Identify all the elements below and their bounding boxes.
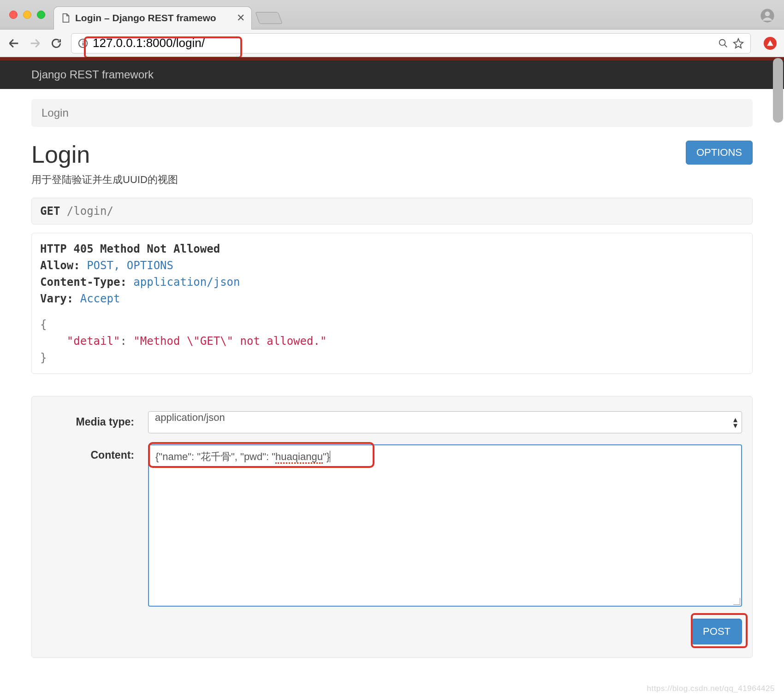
- close-window-button[interactable]: [9, 11, 18, 19]
- tab-title: Login – Django REST framewo: [75, 12, 232, 24]
- media-type-label: Media type:: [42, 411, 148, 428]
- post-button[interactable]: POST: [691, 619, 742, 644]
- options-button[interactable]: OPTIONS: [686, 141, 753, 165]
- reload-icon: [50, 37, 62, 49]
- svg-rect-3: [83, 42, 83, 45]
- content-label: Content:: [42, 444, 148, 461]
- page-subtitle: 用于登陆验证并生成UUID的视图: [31, 173, 178, 187]
- body-value: "Method \"GET\" not allowed.": [133, 335, 327, 348]
- back-button[interactable]: [7, 37, 20, 50]
- header-val-vary: Accept: [80, 292, 120, 305]
- header-key-allow: Allow:: [40, 259, 80, 272]
- brand-title[interactable]: Django REST framework: [31, 68, 154, 81]
- profile-icon[interactable]: [760, 8, 775, 23]
- breadcrumb: Login: [31, 99, 753, 127]
- breadcrumb-item[interactable]: Login: [42, 106, 69, 119]
- accent-strip: [0, 57, 784, 60]
- site-navbar: Django REST framework: [0, 60, 784, 89]
- bookmark-star-icon[interactable]: [733, 38, 744, 49]
- svg-line-6: [725, 44, 727, 47]
- maximize-window-button[interactable]: [37, 11, 45, 19]
- svg-rect-4: [83, 41, 83, 41]
- vertical-scrollbar[interactable]: [773, 58, 783, 123]
- response-status: HTTP 405 Method Not Allowed: [40, 242, 220, 255]
- svg-point-1: [765, 12, 770, 17]
- header-val-ctype: application/json: [133, 276, 240, 289]
- response-box: HTTP 405 Method Not Allowed Allow: POST,…: [31, 233, 753, 374]
- page-viewport: Django REST framework Login Login 用于登陆验证…: [0, 57, 784, 697]
- minimize-window-button[interactable]: [23, 11, 31, 19]
- forward-button[interactable]: [29, 37, 42, 50]
- header-val-allow: POST, OPTIONS: [87, 259, 173, 272]
- page-title: Login: [31, 141, 178, 168]
- address-bar[interactable]: [71, 33, 751, 53]
- request-method: GET: [40, 205, 60, 218]
- new-tab-button[interactable]: [255, 12, 282, 24]
- media-type-select[interactable]: application/json: [148, 411, 742, 433]
- close-tab-icon[interactable]: ✕: [237, 12, 245, 24]
- request-line: GET /login/: [31, 198, 753, 224]
- zoom-icon[interactable]: [718, 38, 728, 48]
- page-icon: [60, 13, 71, 23]
- request-path: /login/: [67, 205, 113, 218]
- body-open-brace: {: [40, 316, 744, 333]
- body-colon: :: [120, 335, 126, 348]
- arrow-right-icon: [29, 37, 42, 50]
- svg-point-5: [719, 39, 725, 45]
- url-input[interactable]: [93, 36, 713, 50]
- watermark: https://blog.csdn.net/qq_41964425: [647, 684, 775, 693]
- header-key-vary: Vary:: [40, 292, 73, 305]
- browser-tab[interactable]: Login – Django REST framewo ✕: [53, 6, 252, 30]
- info-icon[interactable]: [78, 38, 88, 48]
- header-key-ctype: Content-Type:: [40, 276, 127, 289]
- extension-icon[interactable]: [764, 37, 777, 50]
- arrow-left-icon: [7, 37, 20, 50]
- window-controls: [9, 11, 45, 19]
- browser-toolbar: [0, 30, 784, 57]
- form-panel: Media type: application/json ▴▾ Content:…: [31, 396, 753, 658]
- browser-tabbar: Login – Django REST framewo ✕: [0, 0, 784, 30]
- content-textarea[interactable]: {"name": "花千骨", "pwd": "huaqiangu"}: [148, 444, 742, 607]
- body-close-brace: }: [40, 349, 744, 366]
- body-key: "detail": [67, 335, 120, 348]
- reload-button[interactable]: [50, 37, 63, 50]
